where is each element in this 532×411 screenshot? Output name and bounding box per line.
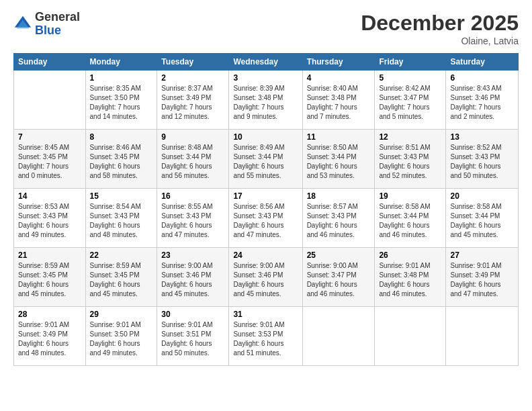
cell-info: Sunrise: 9:00 AM Sunset: 3:46 PM Dayligh… bbox=[233, 261, 298, 299]
logo-icon bbox=[13, 15, 32, 34]
calendar-cell bbox=[14, 71, 86, 130]
calendar-cell bbox=[446, 307, 519, 366]
cell-day-number: 17 bbox=[233, 191, 298, 201]
logo: General Blue bbox=[13, 11, 80, 38]
day-header-thursday: Thursday bbox=[302, 54, 375, 71]
calendar-cell: 27Sunrise: 9:01 AM Sunset: 3:49 PM Dayli… bbox=[446, 248, 519, 307]
cell-info: Sunrise: 8:58 AM Sunset: 3:44 PM Dayligh… bbox=[450, 202, 514, 240]
cell-info: Sunrise: 8:49 AM Sunset: 3:44 PM Dayligh… bbox=[233, 143, 298, 181]
cell-info: Sunrise: 9:01 AM Sunset: 3:51 PM Dayligh… bbox=[161, 320, 224, 358]
cell-day-number: 18 bbox=[307, 191, 371, 201]
calendar-cell: 8Sunrise: 8:46 AM Sunset: 3:45 PM Daylig… bbox=[85, 130, 157, 189]
cell-day-number: 31 bbox=[233, 310, 298, 319]
calendar-cell: 13Sunrise: 8:52 AM Sunset: 3:43 PM Dayli… bbox=[446, 130, 519, 189]
page: General Blue December 2025 Olaine, Latvi… bbox=[0, 0, 532, 411]
cell-info: Sunrise: 8:50 AM Sunset: 3:44 PM Dayligh… bbox=[307, 143, 371, 181]
calendar-cell bbox=[302, 307, 375, 366]
day-header-saturday: Saturday bbox=[446, 54, 519, 71]
cell-day-number: 9 bbox=[161, 132, 224, 142]
calendar-cell: 18Sunrise: 8:57 AM Sunset: 3:43 PM Dayli… bbox=[302, 189, 375, 248]
cell-day-number: 16 bbox=[161, 191, 224, 201]
cell-info: Sunrise: 8:40 AM Sunset: 3:48 PM Dayligh… bbox=[307, 84, 371, 122]
cell-day-number: 12 bbox=[379, 132, 441, 142]
header: General Blue December 2025 Olaine, Latvi… bbox=[13, 11, 519, 46]
calendar-cell: 16Sunrise: 8:55 AM Sunset: 3:43 PM Dayli… bbox=[157, 189, 229, 248]
calendar-cell: 4Sunrise: 8:40 AM Sunset: 3:48 PM Daylig… bbox=[302, 71, 375, 130]
cell-info: Sunrise: 8:51 AM Sunset: 3:43 PM Dayligh… bbox=[379, 143, 441, 181]
cell-day-number: 28 bbox=[18, 310, 81, 319]
cell-day-number: 5 bbox=[379, 73, 441, 83]
calendar-cell bbox=[375, 307, 446, 366]
calendar-cell: 21Sunrise: 8:59 AM Sunset: 3:45 PM Dayli… bbox=[14, 248, 86, 307]
cell-day-number: 22 bbox=[90, 250, 153, 260]
cell-day-number: 13 bbox=[450, 132, 514, 142]
week-row-3: 21Sunrise: 8:59 AM Sunset: 3:45 PM Dayli… bbox=[14, 248, 519, 307]
cell-info: Sunrise: 8:55 AM Sunset: 3:43 PM Dayligh… bbox=[161, 202, 224, 240]
cell-info: Sunrise: 8:45 AM Sunset: 3:45 PM Dayligh… bbox=[18, 143, 81, 181]
calendar-cell: 31Sunrise: 9:01 AM Sunset: 3:53 PM Dayli… bbox=[229, 307, 302, 366]
cell-info: Sunrise: 8:54 AM Sunset: 3:43 PM Dayligh… bbox=[90, 202, 153, 240]
calendar-cell: 11Sunrise: 8:50 AM Sunset: 3:44 PM Dayli… bbox=[302, 130, 375, 189]
cell-info: Sunrise: 8:39 AM Sunset: 3:48 PM Dayligh… bbox=[233, 84, 298, 122]
cell-info: Sunrise: 9:01 AM Sunset: 3:50 PM Dayligh… bbox=[90, 320, 153, 358]
cell-info: Sunrise: 9:01 AM Sunset: 3:49 PM Dayligh… bbox=[450, 261, 514, 299]
cell-day-number: 4 bbox=[307, 73, 371, 83]
cell-day-number: 29 bbox=[90, 310, 153, 319]
cell-day-number: 3 bbox=[233, 73, 298, 83]
calendar-cell: 29Sunrise: 9:01 AM Sunset: 3:50 PM Dayli… bbox=[85, 307, 157, 366]
cell-info: Sunrise: 8:46 AM Sunset: 3:45 PM Dayligh… bbox=[90, 143, 153, 181]
calendar-cell: 24Sunrise: 9:00 AM Sunset: 3:46 PM Dayli… bbox=[229, 248, 302, 307]
title-section: December 2025 Olaine, Latvia bbox=[361, 11, 519, 46]
day-header-friday: Friday bbox=[375, 54, 446, 71]
cell-info: Sunrise: 8:43 AM Sunset: 3:46 PM Dayligh… bbox=[450, 84, 514, 122]
calendar-table: SundayMondayTuesdayWednesdayThursdayFrid… bbox=[13, 53, 519, 366]
week-row-1: 7Sunrise: 8:45 AM Sunset: 3:45 PM Daylig… bbox=[14, 130, 519, 189]
day-header-sunday: Sunday bbox=[14, 54, 86, 71]
calendar-cell: 15Sunrise: 8:54 AM Sunset: 3:43 PM Dayli… bbox=[85, 189, 157, 248]
cell-info: Sunrise: 9:00 AM Sunset: 3:47 PM Dayligh… bbox=[307, 261, 371, 299]
location: Olaine, Latvia bbox=[361, 36, 519, 46]
cell-info: Sunrise: 8:35 AM Sunset: 3:50 PM Dayligh… bbox=[90, 84, 153, 122]
cell-info: Sunrise: 9:01 AM Sunset: 3:49 PM Dayligh… bbox=[18, 320, 81, 358]
calendar-cell: 9Sunrise: 8:48 AM Sunset: 3:44 PM Daylig… bbox=[157, 130, 229, 189]
calendar-cell: 14Sunrise: 8:53 AM Sunset: 3:43 PM Dayli… bbox=[14, 189, 86, 248]
cell-info: Sunrise: 8:52 AM Sunset: 3:43 PM Dayligh… bbox=[450, 143, 514, 181]
cell-day-number: 8 bbox=[90, 132, 153, 142]
cell-info: Sunrise: 8:58 AM Sunset: 3:44 PM Dayligh… bbox=[379, 202, 441, 240]
calendar-cell: 26Sunrise: 9:01 AM Sunset: 3:48 PM Dayli… bbox=[375, 248, 446, 307]
week-row-0: 1Sunrise: 8:35 AM Sunset: 3:50 PM Daylig… bbox=[14, 71, 519, 130]
header-row: SundayMondayTuesdayWednesdayThursdayFrid… bbox=[14, 54, 519, 71]
cell-day-number: 25 bbox=[307, 250, 371, 260]
calendar-cell: 28Sunrise: 9:01 AM Sunset: 3:49 PM Dayli… bbox=[14, 307, 86, 366]
calendar-cell: 2Sunrise: 8:37 AM Sunset: 3:49 PM Daylig… bbox=[157, 71, 229, 130]
calendar-cell: 25Sunrise: 9:00 AM Sunset: 3:47 PM Dayli… bbox=[302, 248, 375, 307]
cell-day-number: 1 bbox=[90, 73, 153, 83]
calendar-cell: 22Sunrise: 8:59 AM Sunset: 3:45 PM Dayli… bbox=[85, 248, 157, 307]
week-row-2: 14Sunrise: 8:53 AM Sunset: 3:43 PM Dayli… bbox=[14, 189, 519, 248]
day-header-tuesday: Tuesday bbox=[157, 54, 229, 71]
cell-day-number: 10 bbox=[233, 132, 298, 142]
main-title: December 2025 bbox=[361, 11, 519, 36]
cell-info: Sunrise: 8:59 AM Sunset: 3:45 PM Dayligh… bbox=[90, 261, 153, 299]
calendar-cell: 30Sunrise: 9:01 AM Sunset: 3:51 PM Dayli… bbox=[157, 307, 229, 366]
cell-day-number: 6 bbox=[450, 73, 514, 83]
calendar-cell: 3Sunrise: 8:39 AM Sunset: 3:48 PM Daylig… bbox=[229, 71, 302, 130]
cell-info: Sunrise: 8:53 AM Sunset: 3:43 PM Dayligh… bbox=[18, 202, 81, 240]
cell-day-number: 11 bbox=[307, 132, 371, 142]
cell-info: Sunrise: 9:00 AM Sunset: 3:46 PM Dayligh… bbox=[161, 261, 224, 299]
week-row-4: 28Sunrise: 9:01 AM Sunset: 3:49 PM Dayli… bbox=[14, 307, 519, 366]
cell-info: Sunrise: 8:59 AM Sunset: 3:45 PM Dayligh… bbox=[18, 261, 81, 299]
cell-day-number: 14 bbox=[18, 191, 81, 201]
calendar-cell: 19Sunrise: 8:58 AM Sunset: 3:44 PM Dayli… bbox=[375, 189, 446, 248]
logo-text: General Blue bbox=[35, 11, 80, 38]
cell-info: Sunrise: 8:42 AM Sunset: 3:47 PM Dayligh… bbox=[379, 84, 441, 122]
calendar-cell: 5Sunrise: 8:42 AM Sunset: 3:47 PM Daylig… bbox=[375, 71, 446, 130]
cell-info: Sunrise: 9:01 AM Sunset: 3:53 PM Dayligh… bbox=[233, 320, 298, 358]
cell-info: Sunrise: 9:01 AM Sunset: 3:48 PM Dayligh… bbox=[379, 261, 441, 299]
calendar-cell: 1Sunrise: 8:35 AM Sunset: 3:50 PM Daylig… bbox=[85, 71, 157, 130]
cell-day-number: 30 bbox=[161, 310, 224, 319]
cell-info: Sunrise: 8:57 AM Sunset: 3:43 PM Dayligh… bbox=[307, 202, 371, 240]
cell-day-number: 15 bbox=[90, 191, 153, 201]
cell-day-number: 26 bbox=[379, 250, 441, 260]
cell-info: Sunrise: 8:48 AM Sunset: 3:44 PM Dayligh… bbox=[161, 143, 224, 181]
